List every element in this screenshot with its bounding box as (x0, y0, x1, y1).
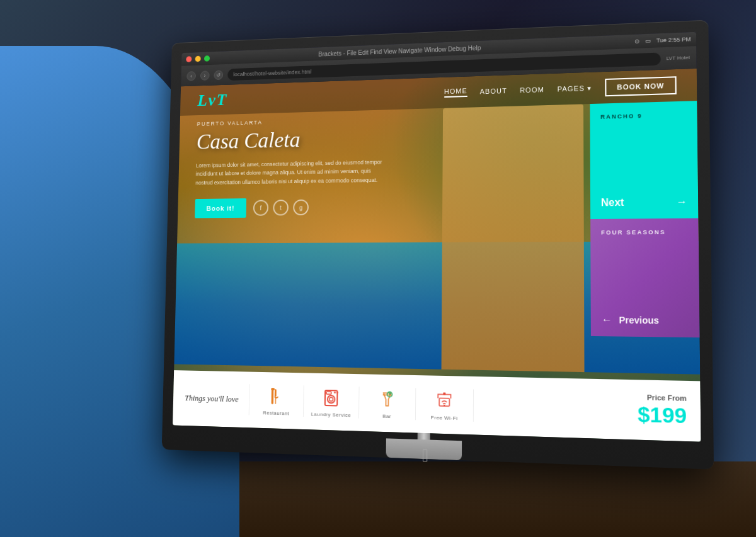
prev-arrow-icon: ← (602, 314, 612, 326)
svg-point-9 (336, 391, 338, 393)
macos-bar-right: ⊙ ▭ Tue 2:55 PM (634, 36, 691, 45)
website-content: LvT HOME ABOUT ROOM PAGES ▾ BOOK NOW PUE… (173, 69, 701, 442)
svg-rect-7 (326, 392, 331, 394)
next-arrow-icon: → (676, 196, 687, 208)
svg-rect-0 (272, 388, 273, 404)
tab-label[interactable]: LVT Hotel (666, 55, 689, 62)
svg-rect-1 (275, 389, 277, 397)
nav-links: HOME ABOUT ROOM PAGES ▾ BOOK NOW (444, 76, 677, 101)
back-button[interactable]: ‹ (186, 71, 196, 81)
refresh-button[interactable]: ↺ (214, 70, 223, 80)
hero-content: PUERTO VALLARTA Casa Caleta Lorem ipsum … (195, 116, 385, 218)
prev-panel-label: FOUR SEASONS (601, 229, 687, 235)
next-label: Next (601, 197, 624, 209)
clock: Tue 2:55 PM (656, 36, 691, 43)
hero-description: Lorem ipsum dolor sit amet, consectetur … (195, 158, 384, 188)
svg-rect-13 (443, 392, 445, 395)
right-building (442, 104, 585, 372)
svg-point-10 (387, 392, 392, 397)
svg-point-6 (329, 397, 333, 401)
nav-home[interactable]: HOME (444, 87, 467, 98)
nav-pages[interactable]: PAGES ▾ (557, 84, 592, 93)
price-section: Price From $199 (624, 392, 687, 428)
svg-point-8 (334, 391, 336, 393)
monitor: Brackets - File Edit Find View Navigate … (162, 20, 714, 470)
restaurant-icon (265, 385, 287, 408)
monitor-screen: Brackets - File Edit Find View Navigate … (173, 32, 701, 442)
svg-rect-2 (275, 397, 277, 404)
hero-social-icons: f t g (253, 200, 309, 216)
price-from-label: Price From (638, 393, 687, 402)
next-panel-action: Next → (601, 196, 687, 208)
amenities-title: Things you'll love (185, 393, 249, 405)
laundry-label: Laundry Service (311, 411, 351, 418)
next-panel[interactable]: RANCHO 9 Next → (590, 101, 698, 219)
svg-point-12 (444, 404, 445, 406)
site-logo[interactable]: LvT (197, 90, 227, 110)
bar-icon (376, 387, 399, 410)
next-panel-label: RANCHO 9 (600, 111, 686, 120)
amenity-laundry: Laundry Service (304, 386, 359, 418)
apple-logo:  (422, 446, 428, 466)
svg-point-5 (328, 395, 335, 403)
prev-panel-action: ← Previous (602, 314, 689, 327)
price-amount: $199 (638, 402, 687, 429)
battery-icon: ▭ (645, 38, 651, 44)
amenity-restaurant: Restaurant (249, 385, 304, 417)
svg-rect-11 (439, 398, 449, 406)
restaurant-label: Restaurant (263, 410, 289, 416)
social-icon-2[interactable]: t (273, 200, 289, 215)
forward-button[interactable]: › (200, 71, 210, 80)
hero-section: LvT HOME ABOUT ROOM PAGES ▾ BOOK NOW PUE… (173, 69, 701, 442)
nav-book-now-button[interactable]: BOOK NOW (605, 76, 677, 96)
monitor-wrapper: Brackets - File Edit Find View Navigate … (151, 28, 699, 500)
wifi-amenity-icon (433, 388, 456, 412)
nav-room[interactable]: ROOM (520, 86, 544, 94)
social-icon-3[interactable]: g (293, 200, 309, 215)
browser-tabs: LVT Hotel (666, 55, 689, 62)
prev-label: Previous (619, 315, 659, 325)
hero-title: Casa Caleta (197, 125, 386, 154)
prev-panel[interactable]: FOUR SEASONS ← Previous (590, 218, 700, 338)
laundry-icon (320, 386, 342, 409)
pool-area (174, 241, 700, 374)
hero-book-button[interactable]: Book it! (195, 198, 246, 218)
social-icon-1[interactable]: f (253, 200, 269, 216)
